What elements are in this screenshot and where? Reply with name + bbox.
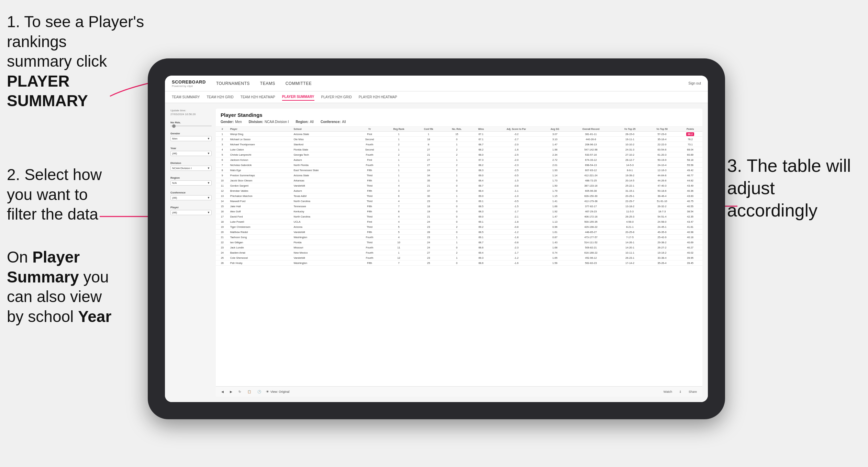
table-row[interactable]: 22Ian GilliganFloridaThird1024168.7-0.81… [216, 240, 702, 245]
table-row[interactable]: 6Jackson KoivunAuburnFirst127167.3-2.02.… [216, 157, 702, 163]
year-select[interactable]: (All) ▼ [170, 151, 212, 156]
table-row[interactable]: 5Christo LamprechtGeorgia TechFourth2212… [216, 152, 702, 157]
sub-nav-team-h2h-heatmap[interactable]: TEAM H2H HEATMAP [241, 94, 275, 100]
table-row[interactable]: 10Jacob Skov OlesenArkansasFifth135068.4… [216, 178, 702, 183]
table-cell: -1.5 [491, 178, 542, 183]
table-row[interactable]: 1Wenyi DingArizona StateFirst111567.1-3.… [216, 132, 702, 137]
table-row[interactable]: 24Bastien AmatNew MexicoFourth127269.4-1… [216, 250, 702, 255]
table-cell: 26-23-1 [614, 255, 646, 260]
table-row[interactable]: 21Taehoon SongWashingtonFourth423169.1-1… [216, 235, 702, 240]
table-row[interactable]: 18Luke PowellUCLAFirst424069.1-1.81.1350… [216, 219, 702, 224]
slider-thumb[interactable] [172, 124, 176, 128]
table-cell: 24 [415, 240, 442, 245]
table-row[interactable]: 19Tiger ChristensenArizonaThird523269.2-… [216, 224, 702, 230]
toolbar-back[interactable]: ◀ [220, 389, 225, 394]
chevron-down-icon-conf: ▼ [207, 196, 210, 199]
table-cell: 1 [383, 157, 415, 163]
table-cell: 5 [216, 152, 229, 157]
table-cell: Alex Goff [229, 209, 292, 214]
table-cell: 377-82-17 [568, 204, 614, 209]
table-cell: 68.5 [471, 230, 491, 235]
table-row[interactable]: 7Nicholas GabrelcikNorth FloridaFourth12… [216, 163, 702, 168]
table-cell: 4 [383, 183, 415, 188]
toolbar-view[interactable]: 👁 View: Original [266, 390, 289, 393]
table-row[interactable]: 20Matthew RiedelVanderbiltFifth528068.5-… [216, 230, 702, 235]
nav-committee[interactable]: COMMITTEE [286, 80, 312, 87]
table-cell: 27 [415, 163, 442, 168]
watch-btn[interactable]: Watch [662, 389, 674, 394]
table-cell: 20-14-5 [614, 178, 646, 183]
table-cell: 68.0 [471, 152, 491, 157]
table-cell: 500-155-35 [568, 219, 614, 224]
table-row[interactable]: 2Michael Le SassoOle MissSecond118067.1-… [216, 137, 702, 142]
table-cell: 26-32-2 [646, 204, 678, 209]
table-cell: 68.7 [471, 142, 491, 147]
table-cell: 50-18-6 [646, 188, 678, 193]
table-row[interactable]: 8Mats EgeEast Tennessee StateFifth124268… [216, 168, 702, 173]
nav-teams[interactable]: TEAMS [260, 80, 275, 87]
sub-nav-player-summary[interactable]: PLAYER SUMMARY [282, 93, 314, 101]
table-cell: 68.7 [471, 240, 491, 245]
conference-select[interactable]: (All) ▼ [170, 195, 212, 200]
table-cell: 0 [442, 199, 471, 204]
download-btn[interactable]: ⇓ [678, 389, 683, 394]
table-row[interactable]: 4Luke ClatonFlorida StateSecond127268.2-… [216, 147, 702, 152]
table-cell: 33-38-4 [646, 255, 678, 260]
toolbar-refresh[interactable]: ↻ [237, 389, 243, 394]
table-cell: 40.02 [678, 250, 702, 255]
table-cell: Fourth [356, 235, 383, 240]
table-cell: 69.0 [471, 193, 491, 199]
share-btn[interactable]: Share [687, 389, 698, 394]
instruction-step3: 3. The table will adjust accordingly [727, 155, 858, 222]
table-cell: 25-22-1 [614, 183, 646, 188]
sub-nav-player-h2h-grid[interactable]: PLAYER H2H GRID [321, 94, 352, 100]
division-label: Division [170, 162, 212, 165]
table-cell: 43.49 [678, 183, 702, 188]
sub-nav-team-summary[interactable]: TEAM SUMMARY [172, 94, 200, 100]
table-row[interactable]: 13Phichaksn MaichonTexas A&MThird630169.… [216, 193, 702, 199]
table-cell: Florida [292, 240, 356, 245]
toolbar-clock[interactable]: 🕐 [256, 389, 263, 394]
table-row[interactable]: 17David FordNorth CarolinaThird421069.0-… [216, 214, 702, 219]
no-rds-slider[interactable] [170, 125, 212, 126]
table-row[interactable]: 11Gordon SargentVanderbiltThird421068.7-… [216, 183, 702, 188]
sub-nav-player-h2h-heatmap[interactable]: PLAYER H2H HEATMAP [359, 94, 397, 100]
table-row[interactable]: 16Alex GoffKentuckyFifth819068.3-1.71.92… [216, 209, 702, 214]
table-cell: 21 [415, 214, 442, 219]
table-row[interactable]: 12Brendan ValdesAuburnFifth337068.4-1.11… [216, 188, 702, 193]
gender-select[interactable]: Men ▼ [170, 136, 212, 141]
table-row[interactable]: 3Michael ThorbjornsenStanfordFourth28168… [216, 142, 702, 147]
table-cell: Matthew Riedel [229, 230, 292, 235]
toolbar-forward[interactable]: ▶ [229, 389, 234, 394]
table-row[interactable]: 9Preston SummerhaysArizona StateThird134… [216, 173, 702, 178]
table-cell: -1.7 [491, 209, 542, 214]
table-cell: Third [356, 214, 383, 219]
table-cell: 67.1 [471, 132, 491, 137]
table-cell: 63-54-6 [646, 147, 678, 152]
sign-out-link[interactable]: Sign out [688, 81, 701, 85]
division-select[interactable]: NCAA Division I ▼ [170, 166, 212, 171]
table-cell: Stanford [292, 142, 356, 147]
table-cell: 8 [216, 168, 229, 173]
sub-nav-team-h2h-grid[interactable]: TEAM H2H GRID [207, 94, 234, 100]
nav-tournaments[interactable]: TOURNAMENTS [216, 80, 250, 87]
data-table-wrapper[interactable]: # Player School Yr Reg Rank Conf Rk No. … [216, 127, 702, 386]
table-cell: Auburn [292, 157, 356, 163]
table-cell: 4 [383, 219, 415, 224]
region-select[interactable]: N/A ▼ [170, 180, 212, 186]
table-row[interactable]: 15Jake HallTennesseeFifth718068.5-1.51.6… [216, 204, 702, 209]
table-cell: 68.2 [471, 147, 491, 152]
toolbar-copy[interactable]: 📋 [246, 389, 253, 394]
player-select[interactable]: (All) ▼ [170, 210, 212, 215]
table-cell: 17 [216, 214, 229, 219]
table-row[interactable]: 14Maxwell FordNorth CarolinaThird423069.… [216, 199, 702, 204]
table-cell: 11 [383, 245, 415, 250]
table-row[interactable]: 26Petr HrubyWashingtonFifth725068.6-1.61… [216, 260, 702, 266]
table-cell: Jackson Koivun [229, 157, 292, 163]
table-cell: 4 [383, 199, 415, 204]
table-cell: 24 [415, 245, 442, 250]
player-label: Player [170, 206, 212, 209]
table-row[interactable]: 23Jack LundinMissouriFourth1124068.6-2.3… [216, 245, 702, 250]
table-row[interactable]: 25Cole SherwoodVanderbiltFourth1223169.3… [216, 255, 702, 260]
table-cell: -1.2 [491, 255, 542, 260]
